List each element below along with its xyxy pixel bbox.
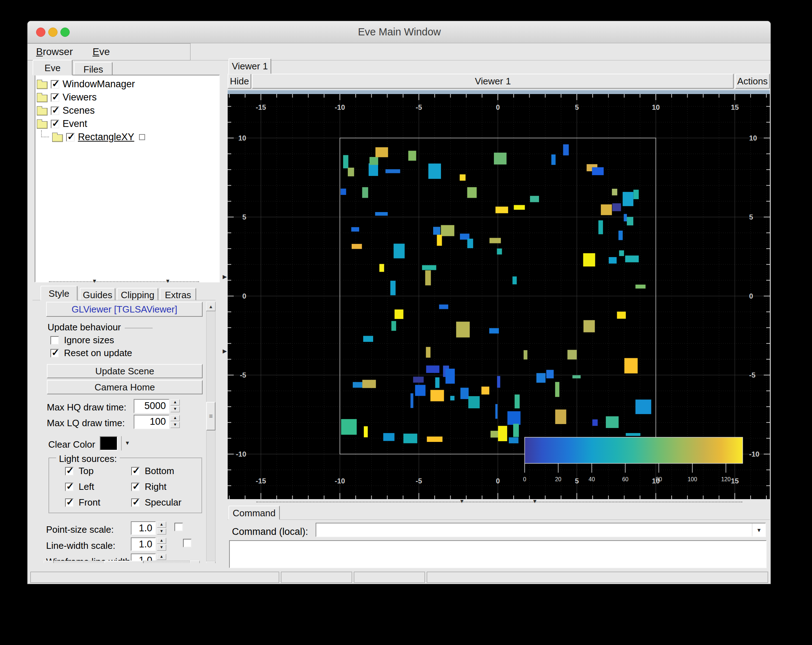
light-front-checkbox[interactable] xyxy=(65,498,73,507)
style-vscrollbar[interactable]: ▲ ≡ ▼ xyxy=(206,302,215,563)
tree-item-scenes[interactable]: Scenes xyxy=(37,104,218,117)
tab-eve[interactable]: Eve xyxy=(32,60,73,75)
tab-guides[interactable]: Guides xyxy=(80,288,116,301)
spin-down-icon[interactable]: ▼ xyxy=(157,544,166,550)
tree-item-label[interactable]: RectangleXY xyxy=(78,131,134,143)
spin-up-icon[interactable]: ▲ xyxy=(157,554,166,560)
x-axis-tick-label: 5 xyxy=(575,103,578,111)
tree-item-selection-box[interactable] xyxy=(139,134,145,140)
close-button[interactable] xyxy=(36,28,46,37)
tree-item-checkbox[interactable] xyxy=(51,107,60,115)
menu-browser[interactable]: Browser xyxy=(36,46,73,58)
scale-row-spinner[interactable]: ▲▼ xyxy=(157,538,166,550)
tab-extras[interactable]: Extras xyxy=(160,288,196,301)
light-left-row[interactable]: Left xyxy=(65,481,94,492)
scene-rect xyxy=(584,320,595,332)
combo-dropdown-icon[interactable]: ▼ xyxy=(756,527,762,533)
tree-item-windowmanager[interactable]: WindowManager xyxy=(37,78,218,91)
hide-button[interactable]: Hide xyxy=(227,73,251,89)
spin-down-icon[interactable]: ▼ xyxy=(171,422,180,428)
spin-down-icon[interactable]: ▼ xyxy=(157,529,166,535)
tree-item-checkbox[interactable] xyxy=(51,120,60,128)
title-bar[interactable]: Eve Main Window xyxy=(27,21,771,43)
vscroll-track[interactable] xyxy=(206,311,215,561)
tree-item-label[interactable]: Viewers xyxy=(63,92,97,103)
light-right-checkbox[interactable] xyxy=(131,483,140,491)
viewer-header[interactable]: Viewer 1 xyxy=(252,73,734,89)
splitter-arrow-icon[interactable]: ▼ xyxy=(92,278,97,284)
style-hscrollbar[interactable]: ◀ ||| ▶ xyxy=(44,561,200,563)
splitter-arrow-icon[interactable]: ▼ xyxy=(459,498,465,504)
reset-on-update-checkbox[interactable] xyxy=(50,349,59,358)
light-bottom-checkbox[interactable] xyxy=(131,467,140,475)
tree-item-rectanglexy[interactable]: RectangleXY xyxy=(37,130,218,144)
tree-item-checkbox[interactable] xyxy=(51,93,60,102)
tab-style[interactable]: Style xyxy=(40,286,78,301)
splitter-arrow-icon[interactable]: ▼ xyxy=(532,498,537,504)
spin-up-icon[interactable]: ▲ xyxy=(157,522,166,528)
light-bottom-row[interactable]: Bottom xyxy=(131,466,174,477)
max-hq-field[interactable]: 5000 xyxy=(134,399,169,413)
actions-button[interactable]: Actions xyxy=(735,73,770,89)
scene-rect xyxy=(481,387,489,394)
spin-up-icon[interactable]: ▲ xyxy=(171,415,180,421)
tree-item-label[interactable]: Event xyxy=(63,118,87,130)
ignore-sizes-row[interactable]: Ignore sizes xyxy=(50,335,114,346)
max-hq-spinner[interactable]: ▲ ▼ xyxy=(171,399,180,412)
scale-row-field[interactable]: 1.0 xyxy=(131,537,156,551)
vscroll-thumb[interactable]: ≡ xyxy=(206,402,215,431)
command-output[interactable] xyxy=(229,540,766,568)
scroll-down-icon[interactable]: ▼ xyxy=(206,561,215,563)
scene-rect xyxy=(598,220,603,234)
scale-row-field[interactable]: 1.0 xyxy=(131,521,156,535)
max-lq-spinner[interactable]: ▲ ▼ xyxy=(171,415,180,428)
tab-clipping[interactable]: Clipping xyxy=(117,288,158,301)
scene-rect xyxy=(415,385,425,396)
scale-row-checkbox[interactable] xyxy=(174,523,183,531)
tree-item-label[interactable]: WindowManager xyxy=(63,79,135,90)
scroll-left-icon[interactable]: ◀ xyxy=(44,561,53,563)
splitter-arrow-icon[interactable]: ▼ xyxy=(165,278,171,284)
hscroll-thumb[interactable]: ||| xyxy=(104,561,143,563)
light-specular-row[interactable]: Specular xyxy=(131,497,182,508)
update-scene-button[interactable]: Update Scene xyxy=(47,364,203,378)
command-combobox[interactable]: ▼ xyxy=(316,523,766,537)
tab-viewer-1[interactable]: Viewer 1 xyxy=(228,58,271,74)
gl-viewport[interactable]: 020406080100120-15-15-10-10-5-5005510101… xyxy=(227,94,770,499)
light-specular-checkbox[interactable] xyxy=(131,498,140,507)
spin-up-icon[interactable]: ▲ xyxy=(171,399,180,405)
light-left-checkbox[interactable] xyxy=(65,483,73,491)
colorbar xyxy=(525,437,743,463)
panel-splitter-arrow-icon[interactable]: ▶ xyxy=(223,348,227,354)
camera-home-button[interactable]: Camera Home xyxy=(47,380,203,394)
tree-item-checkbox[interactable] xyxy=(66,133,75,142)
folder-icon xyxy=(37,108,47,116)
minimize-button[interactable] xyxy=(48,28,58,37)
scale-row-checkbox[interactable] xyxy=(183,539,192,547)
ignore-sizes-checkbox[interactable] xyxy=(50,336,59,345)
scroll-up-icon[interactable]: ▲ xyxy=(206,302,215,311)
scroll-right-icon[interactable]: ▶ xyxy=(190,561,200,563)
spin-up-icon[interactable]: ▲ xyxy=(157,538,166,544)
max-lq-field[interactable]: 100 xyxy=(134,415,169,429)
clear-color-dropdown-icon[interactable]: ▼ xyxy=(125,440,130,446)
tree-item-checkbox[interactable] xyxy=(51,80,60,89)
reset-on-update-row[interactable]: Reset on update xyxy=(50,347,132,359)
glviewer-button[interactable]: GLViewer [TGLSAViewer] xyxy=(46,302,203,317)
scene-rect xyxy=(592,167,604,175)
zoom-button[interactable] xyxy=(60,28,70,37)
light-top-checkbox[interactable] xyxy=(65,467,73,475)
panel-splitter-arrow-icon[interactable]: ▶ xyxy=(223,274,227,280)
spin-down-icon[interactable]: ▼ xyxy=(171,406,180,412)
scale-row-spinner[interactable]: ▲▼ xyxy=(157,522,166,535)
tree-item-event[interactable]: Event xyxy=(37,117,218,130)
light-top-row[interactable]: Top xyxy=(65,466,94,477)
tab-files[interactable]: Files xyxy=(74,62,113,75)
menu-eve[interactable]: Eve xyxy=(93,46,110,58)
tab-command[interactable]: Command xyxy=(228,506,280,520)
tree-item-viewers[interactable]: Viewers xyxy=(37,91,218,104)
light-front-row[interactable]: Front xyxy=(65,497,101,508)
tree-item-label[interactable]: Scenes xyxy=(63,105,95,116)
clear-color-swatch[interactable] xyxy=(100,436,118,451)
light-right-row[interactable]: Right xyxy=(131,481,166,492)
